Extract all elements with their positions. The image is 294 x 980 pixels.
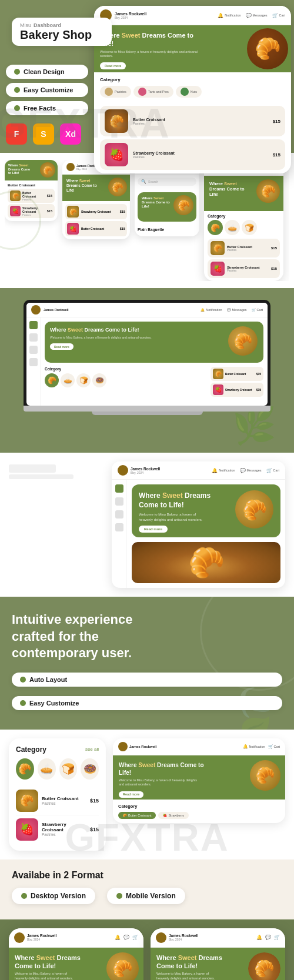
desktop-format-badge: Desktop Version (12, 888, 95, 904)
shop-title: Bakery Shop (20, 28, 103, 41)
dot-icon (20, 700, 26, 706)
auto-layout-badge: Auto Layout (12, 673, 282, 687)
section-category-phone: Category see all 🥐 🥧 🍞 🍩 🥐 Butter Croiss… (0, 730, 294, 859)
dot-icon (14, 105, 20, 111)
hero-subtitle: Welcome to Misu Bakery, a haven of heave… (100, 50, 202, 59)
read-more-button[interactable]: Read more (100, 62, 126, 69)
product-list: 🥐 Butter Croissant Pastries $15 🍓 Strawb… (94, 102, 291, 173)
section-bottom-phones: James Rockwell Bby, 2024 🔔💬🛒 Where Sweet… (0, 919, 294, 980)
feature-easy-customize: Easy Customize (6, 83, 88, 97)
bottom-phone-right: James Rockwell Bby, 2024 🔔💬🛒 Where Sweet… (151, 928, 285, 980)
ui-nav-header: James Rockwell Bby, 2024 🔔 Notification … (94, 6, 291, 25)
nav-notification[interactable]: 🔔 Notification (218, 13, 240, 18)
dot-icon (116, 893, 122, 899)
section-desktop-preview: James Rockwell Bby, 2024 🔔Notification 💬… (0, 453, 294, 597)
figma-icon: F (6, 123, 27, 145)
chip-tarts[interactable]: Tarts and Pies (133, 86, 173, 98)
phone-mockup-large: James Rockwell Bby, 2024 🔔💬🛒 Where Sweet… (204, 160, 283, 281)
misu-label: Misu (20, 22, 31, 28)
dot-icon (14, 69, 20, 75)
nav-messages[interactable]: 💬 Messages (246, 13, 268, 18)
sketch-icon: S (33, 123, 54, 145)
ui-navigation: 🔔 Notification 💬 Messages 🛒 Cart (218, 13, 285, 18)
dashboard-label: Dashboard (34, 22, 61, 28)
feature-free-facts: Free Facts (6, 101, 88, 115)
section-formats: Availabe in 2 Format Desktop Version Mob… (0, 859, 294, 919)
category-title: Category (100, 77, 285, 82)
product-image: 🥐 (105, 109, 128, 133)
easy-customize-badge: Easy Customize (12, 696, 282, 710)
laptop-mockup: James Rockwell 🔔Notification 💬Messages 🛒… (24, 300, 270, 415)
intuitive-title: Intuitive experience crafted for the con… (12, 611, 159, 662)
product-info: Strawberry Croissant Pastries (133, 151, 268, 159)
dot-icon (20, 677, 26, 683)
xd-icon: Xd (60, 123, 81, 145)
main-phone-mockup: James Rockwell Bby, 2024 🔔 Notification … (94, 6, 291, 173)
left-text-panel (9, 461, 103, 485)
mobile-format-badge: Mobile Version (107, 888, 185, 904)
dot-icon (21, 893, 27, 899)
product-item-butter[interactable]: 🥐 Butter Croissant Pastries $15 (100, 106, 285, 136)
category-title: Category (16, 745, 46, 754)
product-image: 🍓 (105, 143, 128, 166)
see-all-link[interactable]: see all (85, 747, 99, 752)
feature-clean-design: Clean Design (6, 65, 88, 79)
category-card: Category see all 🥐 🥧 🍞 🍩 🥐 Butter Croiss… (9, 738, 106, 851)
bottom-phone-left: James Rockwell Bby, 2024 🔔💬🛒 Where Sweet… (9, 928, 143, 980)
hero-food-image: 🥐 (247, 28, 288, 69)
desktop-ui-mockup: James Rockwell Bby, 2024 🔔Notification 💬… (112, 461, 285, 588)
user-date: Bby, 2024 (115, 16, 146, 19)
section-intuitive: Intuitive experience crafted for the con… (0, 597, 294, 730)
tool-icons: F S Xd (6, 123, 81, 145)
chip-pastries[interactable]: Pastries (100, 86, 131, 98)
section-laptop: James Rockwell 🔔Notification 💬Messages 🛒… (0, 288, 294, 453)
category-chips: Pastries Tarts and Pies Nuts (100, 86, 285, 98)
chip-nuts[interactable]: Nuts (176, 86, 202, 98)
hero-title: Where Sweet Dreams Come to Life! (100, 31, 202, 48)
right-preview-panel: James Rockwell 🔔Notification 🛒Cart Where… (113, 738, 285, 823)
category-product-list: 🥐 Butter Croissant Pastries $15 🍓 Strawb… (16, 787, 99, 844)
product-info: Butter Croissant Pastries (133, 118, 268, 125)
dot-icon (14, 87, 20, 93)
formats-title: Availabe in 2 Format (12, 870, 282, 881)
phone-mockup-1: Where Sweet Dreams Come to Life! 🥐 Butte… (5, 160, 58, 221)
category-section: Category Pastries Tarts and Pies Nuts (94, 72, 291, 102)
user-name: James Rockwell (115, 12, 146, 16)
hero-section: Where Sweet Dreams Come to Life! Welcome… (94, 25, 291, 72)
header-badge: Misu Dashboard Bakery Shop (12, 18, 112, 46)
section-header: Misu Dashboard Bakery Shop Clean Design … (0, 0, 294, 153)
nav-cart[interactable]: 🛒 Cart (272, 13, 285, 18)
product-item-strawberry[interactable]: 🍓 Strawberry Croissant Pastries $15 (100, 139, 285, 170)
